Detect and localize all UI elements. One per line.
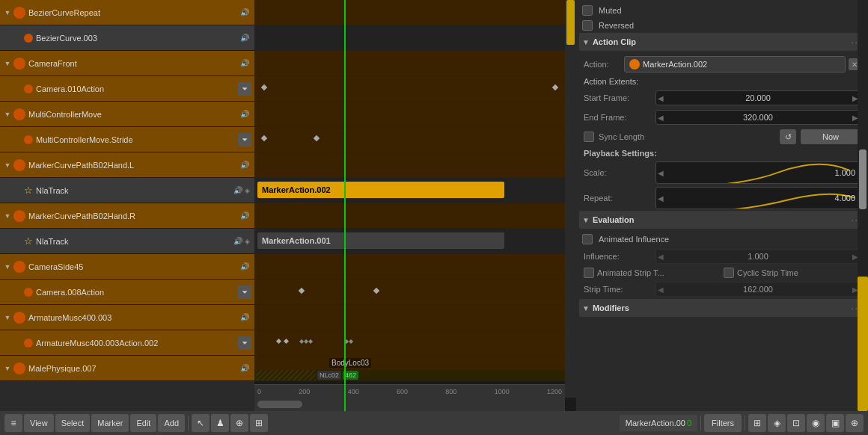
status-field: MarkerAction.00 0 xyxy=(620,415,697,431)
track-mute-button[interactable]: 🔊 xyxy=(238,209,251,223)
sync-length-checkbox[interactable] xyxy=(584,132,594,142)
value-decrease-arrow[interactable]: ◀ xyxy=(658,169,664,177)
track-action-button[interactable]: ⏷ xyxy=(238,82,251,96)
sync-refresh-button[interactable]: ↺ xyxy=(780,129,796,144)
track-mute-button[interactable]: 🔊 xyxy=(238,6,251,19)
reversed-checkbox[interactable] xyxy=(582,20,593,31)
view-menu-button[interactable]: View xyxy=(24,414,54,432)
evaluation-section-header[interactable]: ▼ Evaluation ··· xyxy=(579,211,865,229)
section-title: Evaluation xyxy=(593,215,851,224)
track-collapse-arrow[interactable]: ▼ xyxy=(3,364,12,373)
action-label: Action: xyxy=(584,60,621,69)
right-scroll-thumb[interactable] xyxy=(859,149,867,209)
keyframe-diamond xyxy=(276,339,281,344)
track-mute-button[interactable]: 🔊 xyxy=(238,57,251,70)
track-collapse-arrow[interactable]: ▼ xyxy=(3,59,12,68)
timeline-hscroll[interactable] xyxy=(254,398,565,411)
toolbar-extra-btn-4[interactable]: ◉ xyxy=(807,414,825,432)
value-decrease-arrow[interactable]: ◀ xyxy=(658,94,664,102)
toolbar-extra-btn-3[interactable]: ⊡ xyxy=(787,414,805,432)
filters-button[interactable]: Filters xyxy=(704,414,742,432)
track-row: BezierCurve.003 🔊 xyxy=(0,25,254,51)
track-collapse-arrow[interactable]: ▼ xyxy=(3,161,12,170)
action-clip-section-header[interactable]: ▼ Action Clip ··· xyxy=(579,33,865,51)
right-panel-scrollbar[interactable] xyxy=(858,0,868,411)
track-row: ▼ MultiControllerMove 🔊 xyxy=(0,102,254,127)
person-tool-button[interactable]: ♟ xyxy=(211,414,229,432)
value-decrease-arrow[interactable]: ◀ xyxy=(658,114,664,122)
toolbar-extra-btn-1[interactable]: ⊞ xyxy=(748,414,766,432)
marker-label: Marker xyxy=(97,419,123,428)
track-collapse-arrow[interactable]: ▼ xyxy=(3,313,12,322)
track-mute-button[interactable]: 🔊 xyxy=(238,158,251,172)
track-collapse-arrow[interactable]: ▼ xyxy=(3,8,12,17)
toolbar-separator-2 xyxy=(700,416,701,431)
track-mute-button[interactable]: 🔊 xyxy=(238,31,251,45)
toolbar-extra-btn-2[interactable]: ◈ xyxy=(768,414,786,432)
strip-time-input[interactable]: ◀ 162.000 ▶ xyxy=(655,282,861,297)
modifiers-section-header[interactable]: ▼ Modifiers ··· xyxy=(579,299,865,317)
scale-row: Scale: ◀ 1.000 xyxy=(579,160,865,185)
tracks-panel: ▼ BezierCurveRepeat 🔊 BezierCurve.003 🔊 … xyxy=(0,0,254,411)
track-mute-button[interactable]: 🔊 xyxy=(231,235,245,248)
muted-checkbox[interactable] xyxy=(582,5,593,16)
menu-hamburger-button[interactable]: ≡ xyxy=(4,414,22,432)
timeline-ruler: 0 200 400 600 800 1000 1200 xyxy=(254,384,565,398)
timeline-row xyxy=(254,76,565,102)
track-row: ☆ NlaTrack 🔊 ◈ xyxy=(0,178,254,203)
animated-strip-t-checkbox[interactable] xyxy=(584,268,594,278)
track-collapse-arrow[interactable]: ▼ xyxy=(3,110,12,119)
hscroll-thumb[interactable] xyxy=(257,401,302,408)
value-decrease-arrow[interactable]: ◀ xyxy=(658,194,664,203)
track-action-button[interactable]: ⏷ xyxy=(238,133,251,146)
edit-menu-button[interactable]: Edit xyxy=(130,414,156,432)
cursor-tool-button[interactable]: ↖ xyxy=(192,414,210,432)
track-mute-button[interactable]: 🔊 xyxy=(238,108,251,121)
timeline-row xyxy=(254,51,565,76)
track-action-button[interactable]: ⏷ xyxy=(238,336,251,350)
track-row: ▼ MarkerCurvePathB02Hand.R 🔊 xyxy=(0,203,254,229)
track-name: ArmatureMusc400.003Action.002 xyxy=(36,339,238,348)
track-row: Camera.010Action ⏷ xyxy=(0,76,254,102)
track-icon xyxy=(24,84,33,93)
timeline-row xyxy=(254,254,565,280)
track-mute-button[interactable]: 🔊 xyxy=(238,260,251,274)
end-frame-input[interactable]: ◀ 320.000 ▶ xyxy=(655,110,861,125)
vscroll-thumb-yellow[interactable] xyxy=(566,0,575,45)
add-menu-button[interactable]: Add xyxy=(158,414,185,432)
nla-strip[interactable]: MarkerAction.001 xyxy=(257,232,504,249)
nla-strip[interactable]: MarkerAction.002 xyxy=(257,182,504,198)
snap-tool-button[interactable]: ⊞ xyxy=(250,414,268,432)
toolbar-extra-btn-6[interactable]: ⊕ xyxy=(846,414,864,432)
value-decrease-arrow[interactable]: ◀ xyxy=(658,286,664,294)
keyframe-diamond xyxy=(314,135,320,141)
star-icon: ☆ xyxy=(24,185,33,196)
action-field[interactable]: MarkerAction.002 xyxy=(624,56,846,72)
keyframe-diamond xyxy=(261,84,267,90)
track-mute-button[interactable]: 🔊 xyxy=(231,184,245,197)
cyclic-strip-time-checkbox[interactable] xyxy=(724,268,734,278)
track-collapse-arrow[interactable]: ▼ xyxy=(3,262,12,271)
track-mute-button[interactable]: 🔊 xyxy=(238,362,251,375)
toolbar-separator xyxy=(188,416,189,431)
track-collapse-arrow[interactable]: ▼ xyxy=(3,212,12,220)
sync-now-button[interactable]: Now xyxy=(801,129,861,144)
select-menu-button[interactable]: Select xyxy=(55,414,91,432)
strip-time-value: 162.000 xyxy=(661,285,855,294)
cursor-icon: ↖ xyxy=(197,418,204,428)
track-row: ArmatureMusc400.003Action.002 ⏷ xyxy=(0,330,254,356)
strip-options-row: Animated Strip T... Cyclic Strip Time xyxy=(579,266,865,280)
track-mute-button[interactable]: 🔊 xyxy=(238,311,251,324)
marker-menu-button[interactable]: Marker xyxy=(91,414,129,432)
timeline-vscroll[interactable] xyxy=(565,0,576,398)
transform-tool-button[interactable]: ⊕ xyxy=(230,414,248,432)
track-name: BezierCurveRepeat xyxy=(28,8,238,17)
start-frame-input[interactable]: ◀ 20.000 ▶ xyxy=(655,90,861,105)
scale-input[interactable]: ◀ 1.000 xyxy=(655,161,861,184)
repeat-input[interactable]: ◀ 4.000 xyxy=(655,187,861,209)
influence-input[interactable]: ◀ 1.000 ▶ xyxy=(655,249,861,264)
value-decrease-arrow[interactable]: ◀ xyxy=(658,253,664,261)
animated-influence-checkbox[interactable] xyxy=(582,234,593,244)
toolbar-extra-btn-5[interactable]: ▣ xyxy=(826,414,844,432)
track-action-button[interactable]: ⏷ xyxy=(238,286,251,299)
